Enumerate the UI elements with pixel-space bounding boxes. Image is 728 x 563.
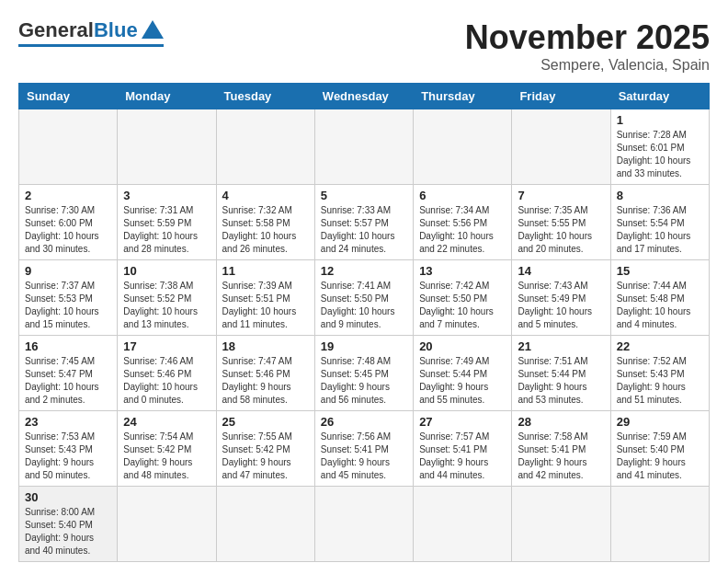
- day-info: Sunrise: 7:45 AM Sunset: 5:47 PM Dayligh…: [25, 355, 111, 407]
- calendar-day-cell: [314, 487, 413, 562]
- day-info: Sunrise: 7:47 AM Sunset: 5:46 PM Dayligh…: [222, 355, 309, 407]
- day-info: Sunrise: 7:31 AM Sunset: 5:59 PM Dayligh…: [123, 204, 210, 256]
- calendar-day-cell: 29Sunrise: 7:59 AM Sunset: 5:40 PM Dayli…: [610, 411, 709, 487]
- calendar-week-row: 9Sunrise: 7:37 AM Sunset: 5:53 PM Daylig…: [19, 260, 710, 336]
- weekday-header: Sunday: [19, 84, 118, 109]
- day-number: 3: [123, 189, 210, 202]
- calendar-day-cell: 12Sunrise: 7:41 AM Sunset: 5:50 PM Dayli…: [314, 260, 413, 336]
- day-info: Sunrise: 7:39 AM Sunset: 5:51 PM Dayligh…: [222, 280, 309, 331]
- day-info: Sunrise: 7:44 AM Sunset: 5:48 PM Dayligh…: [617, 280, 703, 331]
- day-info: Sunrise: 7:56 AM Sunset: 5:41 PM Dayligh…: [321, 431, 407, 482]
- day-info: Sunrise: 7:59 AM Sunset: 5:40 PM Dayligh…: [617, 431, 703, 482]
- day-number: 20: [419, 339, 506, 353]
- day-info: Sunrise: 7:35 AM Sunset: 5:55 PM Dayligh…: [518, 204, 604, 256]
- day-info: Sunrise: 7:32 AM Sunset: 5:58 PM Dayligh…: [222, 204, 309, 256]
- calendar-day-cell: [610, 487, 709, 562]
- calendar-day-cell: 25Sunrise: 7:55 AM Sunset: 5:42 PM Dayli…: [216, 411, 314, 487]
- day-number: 14: [518, 264, 604, 278]
- day-info: Sunrise: 7:49 AM Sunset: 5:44 PM Dayligh…: [419, 355, 506, 407]
- day-number: 18: [222, 339, 309, 353]
- day-number: 12: [321, 264, 407, 278]
- day-number: 9: [25, 264, 111, 278]
- weekday-header: Wednesday: [314, 84, 413, 109]
- day-info: Sunrise: 7:52 AM Sunset: 5:43 PM Dayligh…: [617, 355, 703, 407]
- day-info: Sunrise: 7:46 AM Sunset: 5:46 PM Dayligh…: [123, 355, 210, 407]
- day-info: Sunrise: 7:53 AM Sunset: 5:43 PM Dayligh…: [25, 431, 111, 482]
- day-number: 17: [123, 339, 210, 353]
- calendar-day-cell: 4Sunrise: 7:32 AM Sunset: 5:58 PM Daylig…: [216, 185, 314, 260]
- calendar-day-cell: [414, 109, 512, 185]
- logo: General Blue: [18, 18, 164, 47]
- calendar-day-cell: 24Sunrise: 7:54 AM Sunset: 5:42 PM Dayli…: [118, 411, 216, 487]
- day-info: Sunrise: 7:42 AM Sunset: 5:50 PM Dayligh…: [419, 280, 506, 331]
- calendar-day-cell: 23Sunrise: 7:53 AM Sunset: 5:43 PM Dayli…: [19, 411, 118, 487]
- calendar-header-row: SundayMondayTuesdayWednesdayThursdayFrid…: [19, 84, 710, 109]
- calendar-day-cell: 13Sunrise: 7:42 AM Sunset: 5:50 PM Dayli…: [414, 260, 512, 336]
- calendar-day-cell: [512, 487, 610, 562]
- calendar-day-cell: [512, 109, 610, 185]
- day-number: 16: [25, 339, 111, 353]
- calendar-week-row: 30Sunrise: 8:00 AM Sunset: 5:40 PM Dayli…: [19, 487, 710, 562]
- day-number: 22: [617, 339, 703, 353]
- logo-general-text: General: [18, 18, 94, 42]
- calendar-subtitle: Sempere, Valencia, Spain: [465, 57, 710, 74]
- day-info: Sunrise: 7:41 AM Sunset: 5:50 PM Dayligh…: [321, 280, 407, 331]
- calendar-day-cell: 22Sunrise: 7:52 AM Sunset: 5:43 PM Dayli…: [610, 336, 709, 411]
- calendar-week-row: 2Sunrise: 7:30 AM Sunset: 6:00 PM Daylig…: [19, 185, 710, 260]
- logo-underline: [18, 44, 164, 47]
- calendar-title-area: November 2025 Sempere, Valencia, Spain: [465, 18, 710, 74]
- calendar-week-row: 1Sunrise: 7:28 AM Sunset: 6:01 PM Daylig…: [19, 109, 710, 185]
- day-number: 6: [419, 189, 506, 202]
- calendar-day-cell: 5Sunrise: 7:33 AM Sunset: 5:57 PM Daylig…: [314, 185, 413, 260]
- calendar-day-cell: 8Sunrise: 7:36 AM Sunset: 5:54 PM Daylig…: [610, 185, 709, 260]
- day-info: Sunrise: 7:58 AM Sunset: 5:41 PM Dayligh…: [518, 431, 604, 482]
- calendar-day-cell: [414, 487, 512, 562]
- day-info: Sunrise: 7:34 AM Sunset: 5:56 PM Dayligh…: [419, 204, 506, 256]
- day-number: 25: [222, 415, 309, 429]
- weekday-header: Friday: [512, 84, 610, 109]
- calendar-day-cell: 11Sunrise: 7:39 AM Sunset: 5:51 PM Dayli…: [216, 260, 314, 336]
- day-info: Sunrise: 7:57 AM Sunset: 5:41 PM Dayligh…: [419, 431, 506, 482]
- day-number: 19: [321, 339, 407, 353]
- day-number: 29: [617, 415, 703, 429]
- calendar-day-cell: 19Sunrise: 7:48 AM Sunset: 5:45 PM Dayli…: [314, 336, 413, 411]
- day-info: Sunrise: 7:28 AM Sunset: 6:01 PM Dayligh…: [617, 129, 703, 180]
- day-number: 26: [321, 415, 407, 429]
- day-number: 27: [419, 415, 506, 429]
- day-number: 1: [617, 113, 703, 127]
- day-number: 28: [518, 415, 604, 429]
- day-number: 21: [518, 339, 604, 353]
- page-header: General Blue November 2025 Sempere, Vale…: [18, 18, 710, 74]
- day-info: Sunrise: 7:51 AM Sunset: 5:44 PM Dayligh…: [518, 355, 604, 407]
- calendar-day-cell: 21Sunrise: 7:51 AM Sunset: 5:44 PM Dayli…: [512, 336, 610, 411]
- calendar-day-cell: 17Sunrise: 7:46 AM Sunset: 5:46 PM Dayli…: [118, 336, 216, 411]
- day-info: Sunrise: 7:55 AM Sunset: 5:42 PM Dayligh…: [222, 431, 309, 482]
- calendar-week-row: 16Sunrise: 7:45 AM Sunset: 5:47 PM Dayli…: [19, 336, 710, 411]
- calendar-day-cell: 2Sunrise: 7:30 AM Sunset: 6:00 PM Daylig…: [19, 185, 118, 260]
- day-info: Sunrise: 7:30 AM Sunset: 6:00 PM Dayligh…: [25, 204, 111, 256]
- day-number: 2: [25, 189, 111, 202]
- calendar-day-cell: 27Sunrise: 7:57 AM Sunset: 5:41 PM Dayli…: [414, 411, 512, 487]
- calendar-title: November 2025: [465, 18, 710, 57]
- day-info: Sunrise: 7:37 AM Sunset: 5:53 PM Dayligh…: [25, 280, 111, 331]
- calendar-day-cell: 18Sunrise: 7:47 AM Sunset: 5:46 PM Dayli…: [216, 336, 314, 411]
- calendar-day-cell: 1Sunrise: 7:28 AM Sunset: 6:01 PM Daylig…: [610, 109, 709, 185]
- calendar-day-cell: 15Sunrise: 7:44 AM Sunset: 5:48 PM Dayli…: [610, 260, 709, 336]
- calendar-day-cell: 30Sunrise: 8:00 AM Sunset: 5:40 PM Dayli…: [19, 487, 118, 562]
- day-number: 13: [419, 264, 506, 278]
- calendar-day-cell: 26Sunrise: 7:56 AM Sunset: 5:41 PM Dayli…: [314, 411, 413, 487]
- logo-triangle-icon: [142, 20, 164, 39]
- logo-blue-text: Blue: [94, 18, 138, 42]
- day-info: Sunrise: 7:33 AM Sunset: 5:57 PM Dayligh…: [321, 204, 407, 256]
- calendar-day-cell: [118, 487, 216, 562]
- day-number: 5: [321, 189, 407, 202]
- calendar-day-cell: 28Sunrise: 7:58 AM Sunset: 5:41 PM Dayli…: [512, 411, 610, 487]
- calendar-day-cell: 9Sunrise: 7:37 AM Sunset: 5:53 PM Daylig…: [19, 260, 118, 336]
- calendar-table: SundayMondayTuesdayWednesdayThursdayFrid…: [18, 83, 710, 562]
- calendar-day-cell: 3Sunrise: 7:31 AM Sunset: 5:59 PM Daylig…: [118, 185, 216, 260]
- day-number: 4: [222, 189, 309, 202]
- day-info: Sunrise: 7:48 AM Sunset: 5:45 PM Dayligh…: [321, 355, 407, 407]
- day-number: 7: [518, 189, 604, 202]
- day-info: Sunrise: 7:36 AM Sunset: 5:54 PM Dayligh…: [617, 204, 703, 256]
- calendar-day-cell: 14Sunrise: 7:43 AM Sunset: 5:49 PM Dayli…: [512, 260, 610, 336]
